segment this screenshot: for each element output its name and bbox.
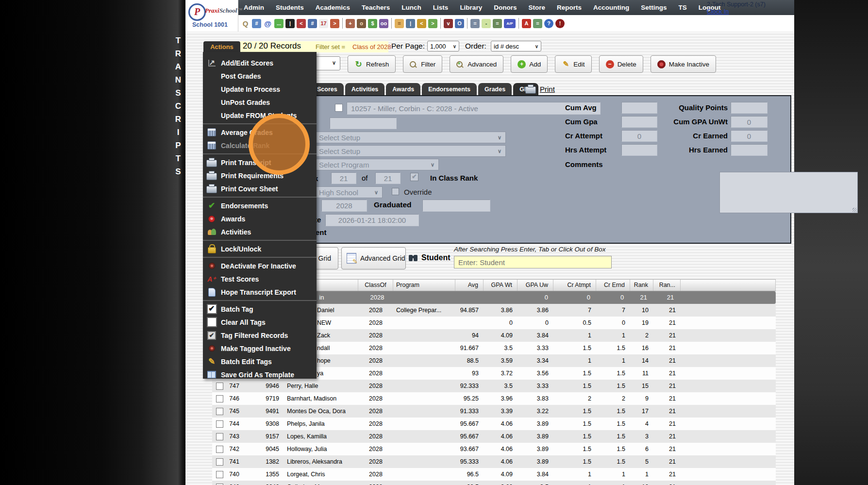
table-row[interactable]: 7411382Libreros, Aleksandra202895.3334.0…	[212, 455, 776, 468]
card-icon[interactable]: -	[482, 19, 491, 28]
secondary-field[interactable]	[330, 117, 397, 129]
family-icon[interactable]: oo	[379, 19, 388, 28]
megaphone-icon[interactable]: >	[330, 19, 339, 28]
override-checkbox[interactable]	[392, 188, 399, 195]
nav-item-donors[interactable]: Donors	[488, 0, 522, 15]
program-select[interactable]: Select Program∨	[312, 159, 439, 170]
tab-activities[interactable]: Activities	[345, 83, 385, 95]
money-icon[interactable]: $	[368, 19, 377, 28]
register-icon[interactable]: =	[493, 19, 502, 28]
nav-item-students[interactable]: Students	[270, 0, 310, 15]
search-icon[interactable]: Q	[241, 19, 250, 28]
phone-icon[interactable]: |	[285, 19, 295, 28]
menu-item-unpost-grades[interactable]: UnPost Grades	[203, 96, 317, 109]
chat-icon[interactable]: ...	[274, 19, 284, 28]
setup-select-1[interactable]: Select Setup∨	[312, 132, 506, 143]
tab-endorsements[interactable]: Endorsements	[422, 83, 477, 95]
horn-icon[interactable]: <	[417, 19, 426, 28]
menu-item-endorsements[interactable]: ✔Endorsements	[203, 199, 317, 212]
speaker-icon[interactable]: <	[297, 19, 306, 28]
student-row-checkbox[interactable]	[335, 104, 343, 112]
menu-item-lock-unlock[interactable]: Lock/Unlock	[203, 242, 317, 255]
menu-item-activities[interactable]: Activities	[203, 225, 317, 238]
clock-in-link[interactable]: Clock In	[707, 8, 729, 15]
help-icon[interactable]: ?	[544, 19, 553, 28]
refresh-button[interactable]: ↻Refresh	[348, 55, 396, 73]
grad-year-input[interactable]: 2028	[321, 200, 367, 212]
menu-item-deactivate-for-inactive[interactable]: DeActivate For Inactive	[203, 259, 317, 272]
row-checkbox[interactable]	[216, 395, 223, 402]
row-checkbox[interactable]	[216, 446, 223, 453]
email-icon[interactable]: @	[263, 19, 272, 28]
delete-button[interactable]: −Delete	[599, 55, 643, 73]
nav-item-settings[interactable]: Settings	[635, 0, 672, 15]
menu-item-batch-tag[interactable]: ✔Batch Tag	[203, 302, 317, 316]
graduated-date-input[interactable]	[422, 200, 490, 212]
stop-icon[interactable]: !	[555, 19, 565, 28]
advanced-grid-button[interactable]: Advanced Grid	[341, 247, 406, 269]
menu-item-batch-edit-tags[interactable]: ✎Batch Edit Tags	[203, 355, 317, 368]
student-search-input[interactable]	[454, 256, 612, 268]
field-cum-gpa-unwt-input[interactable]: 0	[731, 116, 768, 128]
advanced-button[interactable]: Advanced	[450, 55, 503, 73]
field-quality-points-input[interactable]	[731, 102, 768, 114]
nav-item-lists[interactable]: Lists	[427, 0, 454, 15]
table-row[interactable]: 7439157Lopes, Kamilla202895.6674.063.891…	[212, 430, 776, 443]
staff-icon[interactable]: v	[444, 19, 453, 28]
nav-item-library[interactable]: Library	[454, 0, 488, 15]
setup-select-2[interactable]: Select Setup∨	[312, 145, 506, 157]
kiosk-icon[interactable]: |	[406, 19, 415, 28]
table-row[interactable]: 7479946Perry, Halle202892.3333.53.331.51…	[212, 380, 776, 392]
table-row[interactable]: 7469719Barnhart, Madison202895.253.963.8…	[212, 392, 776, 405]
menu-item-clear-all-tags[interactable]: Clear All Tags	[203, 316, 317, 329]
person-icon[interactable]: o	[357, 19, 366, 28]
calendar-grid-icon[interactable]: #	[252, 19, 261, 28]
student-field[interactable]: 10257 - Miller, Corbin - C: 2028 - Activ…	[347, 102, 601, 115]
table-row[interactable]: 7459491Montes De Oca, Dora202891.3333.39…	[212, 405, 776, 418]
calendar-day-icon[interactable]: 17	[319, 19, 328, 28]
menu-item-update-in-process[interactable]: Update In Process	[203, 83, 317, 96]
table-row[interactable]: 7429045Holloway, Julia202893.6674.063.89…	[212, 443, 776, 455]
row-checkbox[interactable]	[216, 471, 223, 478]
make-inactive-button[interactable]: Make Inactive	[651, 55, 716, 73]
table-row[interactable]: 7401355Lorgeat, Chris202896.54.093.84111…	[212, 468, 776, 481]
row-checkbox[interactable]	[216, 383, 223, 390]
field-cr-earned-input[interactable]: 0	[731, 130, 768, 142]
row-checkbox[interactable]	[216, 433, 223, 440]
menu-item-tag-filtered-records[interactable]: ✔Tag Filtered Records	[203, 329, 317, 342]
menu-item-awards[interactable]: Awards	[203, 212, 317, 225]
menu-item-post-grades[interactable]: Post Grades	[203, 69, 317, 83]
nav-item-admin[interactable]: Admin	[238, 0, 270, 15]
order-select[interactable]: id # desc∨	[491, 41, 541, 51]
tab-grades[interactable]: Grades	[478, 83, 512, 95]
tab-awards[interactable]: Awards	[386, 83, 420, 95]
filter-button[interactable]: Filter	[403, 55, 442, 73]
print-link[interactable]: Print	[525, 84, 555, 94]
lunch-icon[interactable]: =	[395, 19, 404, 28]
school-level-select[interactable]: High School∨	[312, 186, 383, 198]
comments-textarea[interactable]	[719, 172, 858, 213]
nav-item-reports[interactable]: Reports	[551, 0, 587, 15]
menu-item-save-grid-as-template[interactable]: Save Grid As Template	[203, 368, 317, 381]
pdf-icon[interactable]: A	[522, 19, 531, 28]
row-checkbox[interactable]	[216, 458, 223, 466]
field-hrs-earned-input[interactable]	[731, 144, 768, 156]
row-checkbox[interactable]	[216, 420, 223, 428]
per-page-select[interactable]: 1,000∨	[427, 41, 459, 51]
ap-icon[interactable]: A/P	[504, 19, 516, 28]
schedule-icon[interactable]: #	[308, 19, 317, 28]
menu-item-make-tagged-inactive[interactable]: Make Tagged Inactive	[203, 342, 317, 355]
menu-item-print-requirements[interactable]: Print Requirements	[203, 169, 317, 182]
table-row[interactable]: 7449308Phelps, Janila202895.6674.063.891…	[212, 418, 776, 430]
row-checkbox[interactable]	[216, 408, 223, 415]
menu-item-hope-transcript-export[interactable]: Hope Transcript Export	[203, 285, 317, 299]
nav-item-teachers[interactable]: Teachers	[356, 0, 396, 15]
rank-total-input[interactable]: 21	[375, 172, 401, 184]
table-row[interactable]: 6460246Gulledge, Morgan202892.53.623.511…	[212, 481, 776, 485]
nav-item-accounting[interactable]: Accounting	[587, 0, 635, 15]
menu-item-test-scores[interactable]: A⁺Test Scores	[203, 272, 317, 285]
edit-button[interactable]: ✎Edit	[555, 55, 591, 73]
nav-item-ts[interactable]: TS	[672, 0, 692, 15]
export-icon[interactable]: >	[428, 19, 437, 28]
alarm-clock-icon[interactable]: O	[455, 19, 464, 28]
